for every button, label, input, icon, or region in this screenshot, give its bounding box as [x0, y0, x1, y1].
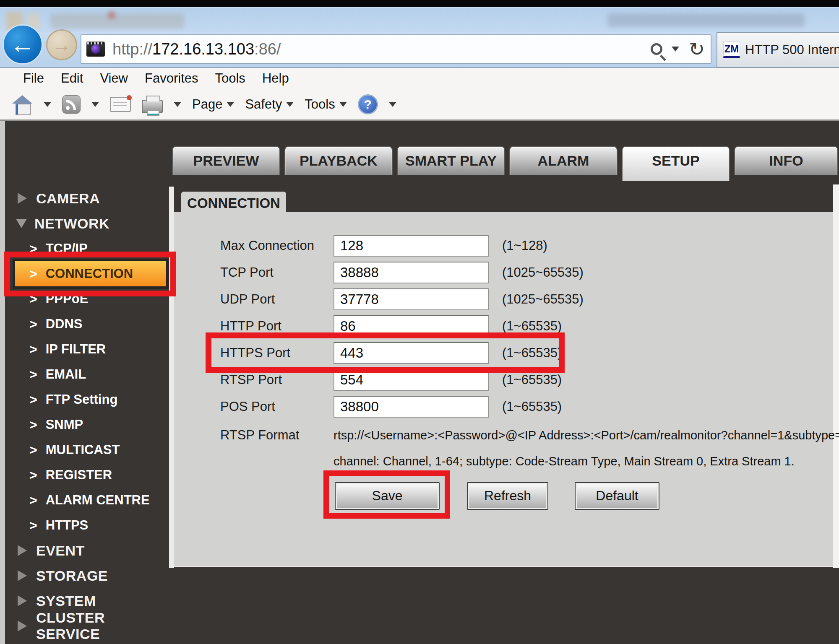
help-dropdown-caret-icon[interactable]: [389, 102, 396, 107]
page-menu[interactable]: Page: [192, 97, 234, 112]
rss-feed-icon[interactable]: [62, 95, 81, 114]
sidebar-item-ip-filter[interactable]: IP FILTER: [5, 337, 169, 362]
address-bar-controls: ↻: [651, 35, 705, 63]
help-icon[interactable]: ?: [358, 94, 378, 114]
content-tab-connection[interactable]: CONNECTION: [181, 192, 286, 213]
sidebar-item-pppoe[interactable]: PPPoE: [5, 286, 169, 312]
refresh-button[interactable]: Refresh: [467, 482, 548, 510]
triangle-right-icon: [18, 621, 27, 631]
sidebar-item-network[interactable]: NETWORK: [5, 211, 169, 236]
rtsp-format-value: rtsp://<Username>:<Password>@<IP Address…: [334, 424, 831, 446]
tab-alarm[interactable]: ALARM: [509, 146, 618, 175]
default-button[interactable]: Default: [575, 482, 659, 510]
rtsp-port-input[interactable]: [334, 369, 489, 391]
sidebar: CAMERA NETWORK TCP/IP CONNECTION PPPoE D…: [5, 186, 169, 639]
search-icon[interactable]: [651, 43, 662, 55]
refresh-icon[interactable]: ↻: [688, 39, 705, 59]
tab-playback[interactable]: PLAYBACK: [284, 146, 393, 175]
sidebar-item-event[interactable]: EVENT: [5, 538, 169, 563]
page-left-edge: [0, 121, 5, 644]
help-question-glyph: ?: [364, 97, 372, 112]
print-dropdown-caret-icon[interactable]: [174, 102, 181, 107]
triangle-right-icon: [18, 545, 27, 556]
mail-icon[interactable]: [110, 97, 131, 112]
chevron-right-icon: [29, 292, 37, 306]
sidebar-item-label: SNMP: [46, 417, 83, 432]
sidebar-item-email[interactable]: EMAIL: [5, 362, 169, 387]
sidebar-item-label: CONNECTION: [46, 266, 133, 281]
home-icon[interactable]: [12, 95, 33, 114]
sidebar-item-storage[interactable]: STORAGE: [5, 563, 169, 588]
safety-menu[interactable]: Safety: [245, 97, 294, 112]
max-connection-input[interactable]: [334, 235, 489, 257]
form-row-http-port: HTTP Port (1~65535): [174, 315, 833, 337]
url-suffix: :86/: [254, 40, 281, 58]
sidebar-item-ftp-setting[interactable]: FTP Setting: [5, 387, 169, 412]
sidebar-item-label: PPPoE: [46, 291, 89, 306]
https-port-input[interactable]: [334, 342, 489, 364]
menu-favorites[interactable]: Favorites: [145, 71, 198, 86]
titlebar-ghost-toolbar: [50, 13, 185, 29]
window-titlebar: [0, 7, 839, 32]
menu-view[interactable]: View: [100, 71, 128, 86]
field-label: TCP Port: [220, 262, 331, 283]
sidebar-item-tcpip[interactable]: TCP/IP: [5, 236, 169, 261]
browser-commandbar: Page Safety Tools ?: [0, 89, 839, 121]
sidebar-item-cluster-service[interactable]: CLUSTER SERVICE: [5, 613, 169, 639]
menu-file[interactable]: File: [23, 71, 44, 86]
field-label: POS Port: [220, 396, 331, 418]
menu-help[interactable]: Help: [262, 71, 289, 86]
http-port-input[interactable]: [334, 315, 489, 337]
sidebar-item-https[interactable]: HTTPS: [5, 513, 169, 538]
field-range: (1~65535): [502, 315, 562, 337]
tab-setup[interactable]: SETUP: [622, 146, 730, 181]
site-favicon-icon: [86, 42, 105, 57]
sidebar-item-alarm-centre[interactable]: ALARM CENTRE: [5, 488, 169, 513]
sidebar-item-register[interactable]: REGISTER: [5, 462, 169, 488]
sidebar-item-snmp[interactable]: SNMP: [5, 412, 169, 437]
save-button[interactable]: Save: [335, 482, 440, 510]
sidebar-item-multicast[interactable]: MULTICAST: [5, 437, 169, 462]
sidebar-item-label: DDNS: [46, 317, 83, 332]
window-top-edge: [0, 0, 839, 7]
sidebar-item-label: IP FILTER: [46, 342, 106, 357]
panel-left-border: [169, 187, 174, 568]
tools-menu-label: Tools: [305, 97, 335, 112]
url-text: http://172.16.13.103:86/: [112, 40, 281, 58]
menu-tools[interactable]: Tools: [215, 71, 245, 86]
triangle-right-icon: [18, 193, 27, 204]
tab-preview[interactable]: PREVIEW: [172, 146, 280, 175]
address-bar[interactable]: http://172.16.13.103:86/ ↻: [81, 34, 711, 64]
home-dropdown-caret-icon[interactable]: [44, 102, 51, 107]
form-row-rtsp-note: channel: Channel, 1-64; subtype: Code-St…: [174, 450, 833, 472]
sidebar-item-label: EMAIL: [46, 367, 86, 382]
udp-port-input[interactable]: [334, 288, 489, 310]
sidebar-item-label: CLUSTER SERVICE: [36, 610, 169, 642]
field-label: RTSP Format: [220, 424, 331, 446]
field-range: (1025~65535): [502, 288, 584, 310]
rss-dropdown-caret-icon[interactable]: [91, 102, 99, 107]
tab-smart-play[interactable]: SMART PLAY: [397, 146, 505, 175]
sidebar-item-label: CAMERA: [36, 190, 100, 207]
sidebar-item-connection[interactable]: CONNECTION: [5, 261, 169, 286]
page-caret-icon: [227, 102, 234, 107]
menu-edit[interactable]: Edit: [61, 71, 83, 86]
rtsp-format-note: channel: Channel, 1-64; subtype: Code-St…: [334, 450, 831, 472]
titlebar-ghost-dot: [108, 12, 115, 18]
print-icon[interactable]: [142, 100, 163, 113]
chevron-right-icon: [29, 368, 37, 381]
search-dropdown-caret-icon[interactable]: [672, 47, 679, 52]
sidebar-item-ddns[interactable]: DDNS: [5, 312, 169, 337]
forward-button[interactable]: →: [46, 29, 77, 60]
tab-info[interactable]: INFO: [734, 146, 838, 175]
browser-tab[interactable]: ZM HTTP 500 Internal Ser: [717, 32, 839, 68]
tools-menu[interactable]: Tools: [305, 97, 347, 112]
sidebar-item-camera[interactable]: CAMERA: [5, 186, 169, 211]
tcp-port-input[interactable]: [334, 262, 489, 283]
back-button[interactable]: ←: [3, 24, 43, 65]
pos-port-input[interactable]: [334, 396, 489, 418]
panel-right-border: [833, 184, 839, 568]
connection-selected-button[interactable]: CONNECTION: [13, 259, 169, 289]
chevron-right-icon: [29, 267, 37, 280]
back-arrow-icon: ←: [10, 32, 35, 57]
